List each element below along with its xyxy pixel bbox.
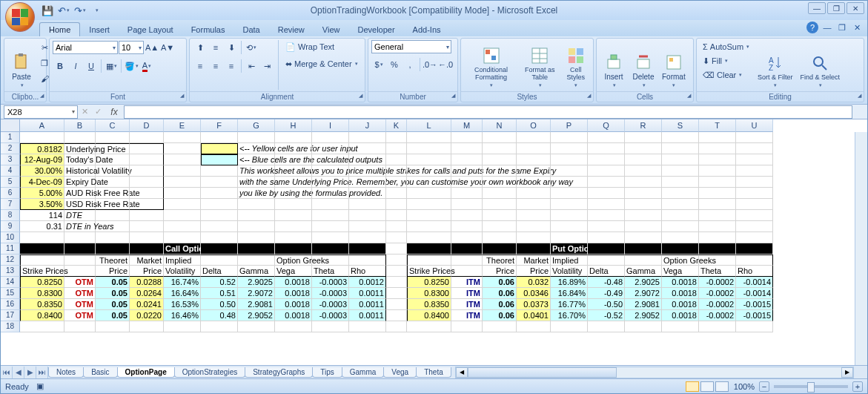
cell-A10[interactable]: [20, 232, 64, 243]
cell-J7[interactable]: [349, 199, 386, 210]
cell-J17[interactable]: 0.0011: [349, 310, 386, 321]
tab-nav-next-icon[interactable]: ▶: [24, 367, 36, 378]
page-layout-view-icon[interactable]: [700, 381, 714, 392]
cell-styles-button[interactable]: Cell Styles: [561, 40, 590, 90]
cell-R2[interactable]: [625, 143, 662, 154]
cell-D13[interactable]: Price: [130, 266, 164, 277]
cell-K15[interactable]: [386, 288, 407, 299]
cell-Q14[interactable]: -0.48: [588, 277, 625, 288]
cell-Q12[interactable]: [588, 255, 625, 266]
cell-D12[interactable]: Market: [130, 255, 164, 266]
cell-H14[interactable]: 0.0018: [275, 277, 312, 288]
cell-Q10[interactable]: [588, 232, 625, 243]
cell-N14[interactable]: 0.06: [483, 277, 517, 288]
cell-G8[interactable]: [238, 210, 275, 221]
cell-C5[interactable]: [96, 177, 130, 188]
zoom-out-icon[interactable]: −: [759, 381, 769, 392]
sheet-tab-theta[interactable]: Theta: [416, 367, 451, 378]
cell-A1[interactable]: [20, 132, 64, 143]
cell-F4[interactable]: [201, 165, 238, 177]
horizontal-scrollbar[interactable]: ◀ ▶: [455, 367, 854, 378]
cell-O17[interactable]: 0.0401: [517, 310, 551, 321]
cell-U18[interactable]: [736, 321, 773, 332]
cell-H18[interactable]: [275, 321, 312, 332]
cell-O11[interactable]: [517, 243, 551, 255]
cell-G18[interactable]: [238, 321, 275, 332]
cell-G6[interactable]: you like by using the formulas provided.: [238, 188, 275, 199]
percent-icon[interactable]: %: [387, 57, 402, 72]
cell-G11[interactable]: [238, 243, 275, 255]
cell-C12[interactable]: Theoret: [96, 255, 130, 266]
cell-O2[interactable]: [517, 143, 551, 154]
cell-Q4[interactable]: [588, 165, 625, 177]
row-header-5[interactable]: 5: [1, 177, 20, 188]
cell-S14[interactable]: 0.0018: [662, 277, 699, 288]
tab-data[interactable]: Data: [233, 23, 268, 36]
cell-I16[interactable]: -0.0003: [312, 299, 349, 310]
cell-T10[interactable]: [699, 232, 736, 243]
cell-F14[interactable]: 0.52: [201, 277, 238, 288]
cell-A4[interactable]: 30.00%: [20, 165, 64, 177]
cell-J1[interactable]: [349, 132, 386, 143]
cell-T8[interactable]: [699, 210, 736, 221]
sheet-tab-optionstrategies[interactable]: OptionStrategies: [174, 367, 246, 378]
row-header-6[interactable]: 6: [1, 188, 20, 199]
cell-A3[interactable]: 12-Aug-09: [20, 154, 64, 165]
align-right-icon[interactable]: ≡: [224, 59, 239, 73]
cell-F7[interactable]: [201, 199, 238, 210]
undo-icon[interactable]: ↶: [57, 4, 70, 17]
cell-J5[interactable]: [349, 177, 386, 188]
cell-S1[interactable]: [662, 132, 699, 143]
cell-M6[interactable]: [451, 188, 483, 199]
align-left-icon[interactable]: ≡: [193, 59, 208, 73]
cell-G4[interactable]: This worksheet allows you to price multi…: [238, 165, 275, 177]
cell-E14[interactable]: 16.74%: [164, 277, 201, 288]
cell-D4[interactable]: [130, 165, 164, 177]
office-button[interactable]: [5, 2, 38, 35]
col-header-P[interactable]: P: [551, 119, 588, 132]
cell-K3[interactable]: [386, 154, 407, 165]
cell-O10[interactable]: [517, 232, 551, 243]
cell-T15[interactable]: -0.0002: [699, 288, 736, 299]
cell-D3[interactable]: [130, 154, 164, 165]
cell-F13[interactable]: Delta: [201, 266, 238, 277]
cell-O4[interactable]: [517, 165, 551, 177]
cell-J4[interactable]: [349, 165, 386, 177]
cell-K14[interactable]: [386, 277, 407, 288]
cell-P5[interactable]: [551, 177, 588, 188]
cell-D17[interactable]: 0.0220: [130, 310, 164, 321]
cell-I4[interactable]: [312, 165, 349, 177]
cell-C1[interactable]: [96, 132, 130, 143]
cell-O9[interactable]: [517, 221, 551, 232]
row-header-18[interactable]: 18: [1, 321, 20, 332]
cell-R10[interactable]: [625, 232, 662, 243]
cell-O18[interactable]: [517, 321, 551, 332]
cell-C4[interactable]: [96, 165, 130, 177]
cell-G17[interactable]: 2.9052: [238, 310, 275, 321]
cell-C17[interactable]: 0.05: [96, 310, 130, 321]
cell-L12[interactable]: [407, 255, 451, 266]
delete-button[interactable]: Delete: [629, 40, 657, 90]
cell-A15[interactable]: 0.8300: [20, 288, 64, 299]
cell-J13[interactable]: Rho: [349, 266, 386, 277]
cell-R12[interactable]: [625, 255, 662, 266]
cell-D18[interactable]: [130, 321, 164, 332]
cell-N1[interactable]: [483, 132, 517, 143]
cell-C18[interactable]: [96, 321, 130, 332]
cell-B2[interactable]: Underlying Price: [64, 143, 96, 154]
cell-B5[interactable]: Expiry Date: [64, 177, 96, 188]
cell-R18[interactable]: [625, 321, 662, 332]
cell-Q1[interactable]: [588, 132, 625, 143]
cell-K8[interactable]: [386, 210, 407, 221]
cell-H13[interactable]: Vega: [275, 266, 312, 277]
cell-L8[interactable]: [407, 210, 451, 221]
cell-T18[interactable]: [699, 321, 736, 332]
cell-J18[interactable]: [349, 321, 386, 332]
font-color-icon[interactable]: A: [139, 59, 154, 73]
select-all-corner[interactable]: [1, 119, 20, 132]
tab-nav-last-icon[interactable]: ⏭: [36, 367, 48, 378]
cell-N5[interactable]: [483, 177, 517, 188]
cell-L9[interactable]: [407, 221, 451, 232]
row-header-16[interactable]: 16: [1, 299, 20, 310]
cell-N7[interactable]: [483, 199, 517, 210]
